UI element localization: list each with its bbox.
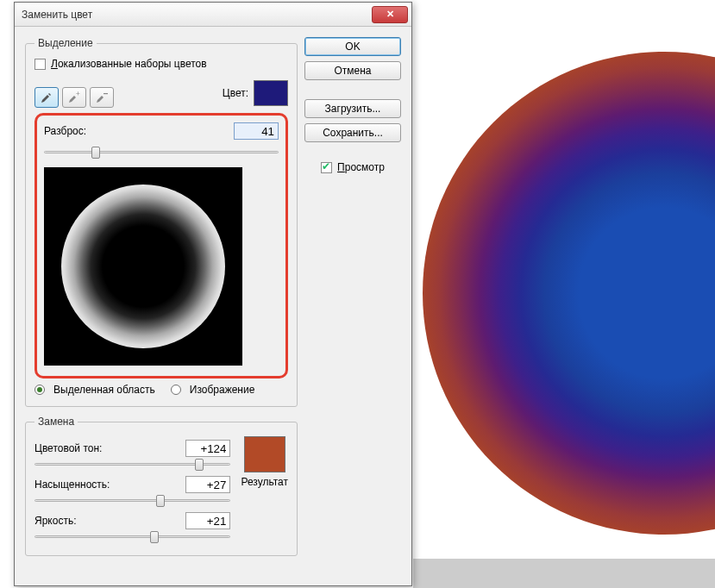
fuzziness-slider[interactable] bbox=[44, 145, 279, 160]
cancel-button[interactable]: Отмена bbox=[304, 61, 401, 80]
localized-clusters-row[interactable]: ЛЛокализованные наборы цветовокализованн… bbox=[34, 58, 288, 70]
result-color-swatch[interactable] bbox=[244, 436, 285, 472]
ok-button[interactable]: OK bbox=[304, 37, 401, 56]
fuzziness-highlight: Разброс: bbox=[34, 113, 288, 378]
saturation-label: Насыщенность: bbox=[34, 479, 129, 491]
saturation-input[interactable] bbox=[185, 476, 230, 493]
eyedropper-tool[interactable] bbox=[34, 87, 59, 108]
hue-input[interactable] bbox=[185, 440, 230, 457]
eyedropper-add-tool[interactable] bbox=[62, 87, 86, 108]
hue-slider[interactable] bbox=[34, 457, 230, 472]
radio-selection[interactable]: Выделенная область bbox=[34, 384, 155, 396]
dialog-title: Заменить цвет bbox=[22, 9, 372, 21]
selection-legend: Выделение bbox=[34, 37, 97, 49]
eyedropper-minus-icon bbox=[95, 91, 109, 104]
selection-group: Выделение ЛЛокализованные наборы цветово… bbox=[25, 37, 298, 407]
close-button[interactable]: ✕ bbox=[372, 6, 408, 23]
fuzziness-input[interactable] bbox=[234, 122, 279, 140]
replacement-group: Замена Цветовой тон: Насыщенность: bbox=[25, 416, 298, 556]
selection-preview bbox=[44, 167, 242, 366]
canvas-footer-strip bbox=[413, 559, 715, 588]
radio-selection-label: Выделенная область bbox=[53, 384, 155, 396]
slider-thumb[interactable] bbox=[91, 147, 100, 159]
eyedropper-icon bbox=[40, 91, 53, 104]
localized-checkbox[interactable] bbox=[34, 59, 46, 70]
localized-label: ЛЛокализованные наборы цветовокализованн… bbox=[51, 58, 207, 70]
preview-checkbox[interactable] bbox=[321, 162, 332, 173]
lightness-input[interactable] bbox=[185, 512, 230, 529]
close-icon: ✕ bbox=[386, 9, 394, 20]
fuzziness-label: Разброс: bbox=[44, 125, 86, 137]
replace-color-dialog: Заменить цвет ✕ Выделение ЛЛокализованны… bbox=[14, 2, 412, 586]
preview-checkbox-row[interactable]: ПросмотрПросмотр bbox=[304, 161, 401, 173]
eyedropper-plus-icon bbox=[67, 91, 81, 104]
preview-mask bbox=[61, 185, 225, 348]
slider-track bbox=[44, 151, 279, 153]
source-color-swatch[interactable] bbox=[254, 80, 288, 106]
saturation-slider[interactable] bbox=[34, 493, 230, 509]
result-label: Результат bbox=[241, 476, 288, 488]
eyedropper-subtract-tool[interactable] bbox=[90, 87, 114, 108]
save-button[interactable]: Сохранить... bbox=[304, 123, 401, 142]
hue-label: Цветовой тон: bbox=[34, 442, 129, 454]
radio-image[interactable]: Изображение bbox=[171, 384, 255, 396]
lightness-slider[interactable] bbox=[34, 529, 230, 545]
load-button[interactable]: Загрузить... bbox=[304, 99, 401, 118]
replacement-legend: Замена bbox=[34, 416, 78, 428]
radio-image-label: Изображение bbox=[190, 384, 255, 396]
svg-rect-0 bbox=[103, 93, 108, 94]
radio-image-dot bbox=[171, 385, 181, 395]
lightness-label: Яркость: bbox=[34, 515, 129, 527]
radio-selection-dot bbox=[34, 385, 45, 395]
color-label: Цвет: bbox=[223, 87, 248, 99]
preview-label: ПросмотрПросмотр bbox=[337, 161, 385, 173]
titlebar: Заменить цвет ✕ bbox=[15, 3, 411, 27]
